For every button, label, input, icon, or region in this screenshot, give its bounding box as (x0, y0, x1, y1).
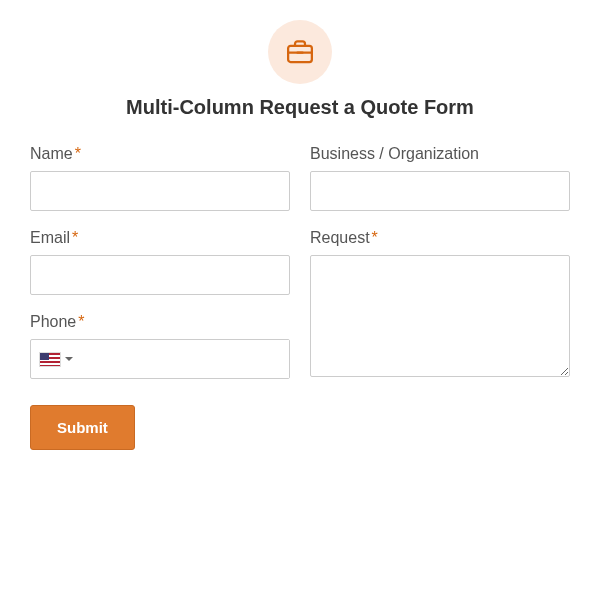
required-marker: * (75, 145, 81, 162)
name-input[interactable] (30, 171, 290, 211)
required-marker: * (78, 313, 84, 330)
required-marker: * (72, 229, 78, 246)
svg-rect-0 (288, 46, 312, 62)
business-input[interactable] (310, 171, 570, 211)
email-label: Email* (30, 229, 290, 247)
name-label: Name* (30, 145, 290, 163)
phone-label: Phone* (30, 313, 290, 331)
chevron-down-icon (65, 357, 73, 361)
request-label: Request* (310, 229, 570, 247)
briefcase-icon (268, 20, 332, 84)
email-input[interactable] (30, 255, 290, 295)
country-select[interactable] (39, 352, 79, 367)
business-label: Business / Organization (310, 145, 570, 163)
required-marker: * (372, 229, 378, 246)
phone-input[interactable] (79, 340, 289, 378)
submit-button[interactable]: Submit (30, 405, 135, 450)
page-title: Multi-Column Request a Quote Form (30, 96, 570, 119)
request-textarea[interactable] (310, 255, 570, 377)
us-flag-icon (39, 352, 61, 367)
